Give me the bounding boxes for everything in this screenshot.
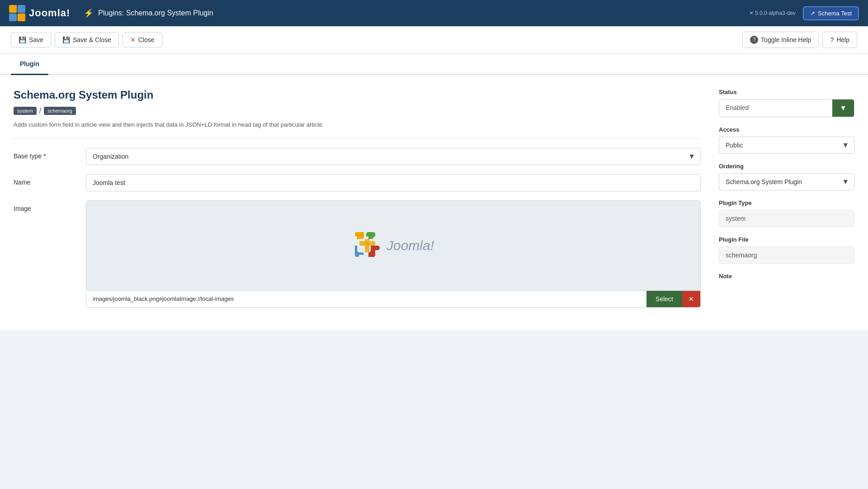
access-select[interactable]: Public Registered Special [719,137,854,154]
close-button[interactable]: ✕ Close [123,32,162,47]
joomla-brand-icon [353,232,382,259]
access-section: Access Public Registered Special ▼ [719,126,854,154]
topbar-title-area: ⚡ Plugins: Schema.org System Plugin [84,8,749,18]
image-row: Image [14,200,701,308]
svg-rect-0 [9,5,17,13]
ordering-select[interactable]: Schema.org System Plugin [719,173,854,190]
status-control: Enabled ▼ [719,99,854,117]
plugin-form: Schema.org System Plugin system / schema… [0,75,868,330]
form-main: Schema.org System Plugin system / schema… [14,89,701,317]
question-icon: ? [830,36,834,43]
schema-test-button[interactable]: ↗ Schema Test [803,6,859,20]
chevron-down-icon: ▼ [840,104,847,112]
tabs-bar: Plugin [0,54,868,75]
help-button[interactable]: ? Help [822,32,857,48]
svg-rect-3 [18,14,25,21]
joomla-logo-text: Joomla! [29,7,70,19]
image-control: Joomla! Select ✕ [86,200,701,308]
remove-icon: ✕ [689,295,694,303]
base-type-control: Organization Person Article ▼ [86,148,701,165]
name-input[interactable] [86,174,701,191]
toolbar: 💾 Save 💾 Save & Close ✕ Close ? Toggle I… [0,26,868,54]
form-sidebar: Status Enabled ▼ Access Public Registere… [719,89,854,317]
status-toggle-button[interactable]: ▼ [832,100,854,117]
image-preview: Joomla! [86,200,701,291]
svg-rect-2 [9,14,17,21]
plugin-icon: ⚡ [84,8,94,18]
topbar: Joomla! ⚡ Plugins: Schema.org System Plu… [0,0,868,26]
plugin-description: Adds custom form field in article view a… [14,120,701,129]
name-label: Name [14,174,77,186]
version-badge: ✕ 5.0.0-alpha3-dev [749,10,796,16]
base-type-select[interactable]: Organization Person Article [86,148,701,165]
plugin-file-field [719,247,854,264]
plugin-file-label: Plugin File [719,236,854,243]
tag-separator: / [39,107,41,115]
tag-system: system [14,107,37,115]
toggle-help-button[interactable]: ? Toggle Inline Help [742,32,819,48]
name-control [86,174,701,191]
base-type-label: Base type * [14,148,77,160]
base-type-select-wrapper: Organization Person Article ▼ [86,148,701,165]
access-select-wrapper: Public Registered Special ▼ [719,137,854,154]
save-close-icon: 💾 [62,36,70,43]
joomla-logo-preview: Joomla! [353,232,434,259]
image-path-input[interactable] [86,291,646,307]
plugin-file-section: Plugin File [719,236,854,264]
help-circle-icon: ? [750,36,758,44]
status-value: Enabled [719,100,832,117]
form-divider [14,138,701,139]
plugin-tags: system / schemaorg [14,107,701,115]
select-image-button[interactable]: Select [646,291,682,307]
external-link-icon: ↗ [810,10,815,17]
joomla-text-in-preview: Joomla! [387,238,434,253]
access-label: Access [719,126,854,133]
tab-plugin[interactable]: Plugin [11,54,48,75]
toolbar-right-group: ? Toggle Inline Help ? Help [742,32,857,48]
joomla-logo-icon [9,5,25,21]
save-icon: 💾 [19,36,26,43]
page-title: Plugins: Schema.org System Plugin [98,9,213,17]
tag-schemaorg: schemaorg [44,107,75,115]
plugin-type-label: Plugin Type [719,199,854,206]
ordering-section: Ordering Schema.org System Plugin ▼ [719,163,854,190]
ordering-select-wrapper: Schema.org System Plugin ▼ [719,173,854,190]
note-label: Note [719,273,854,280]
image-label: Image [14,200,77,212]
name-row: Name [14,174,701,191]
plugin-type-section: Plugin Type [719,199,854,227]
topbar-logo: Joomla! [9,5,70,21]
svg-rect-1 [18,5,25,13]
ordering-label: Ordering [719,163,854,170]
remove-image-button[interactable]: ✕ [682,291,700,307]
status-label: Status [719,89,854,95]
svg-rect-5 [365,239,369,252]
save-close-button[interactable]: 💾 Save & Close [55,32,119,47]
save-button[interactable]: 💾 Save [11,32,51,47]
plugin-type-field [719,210,854,227]
status-section: Status Enabled ▼ [719,89,854,117]
close-icon: ✕ [130,36,136,43]
plugin-title: Schema.org System Plugin [14,89,701,101]
base-type-row: Base type * Organization Person Article … [14,148,701,165]
note-section: Note [719,273,854,280]
topbar-right: ✕ 5.0.0-alpha3-dev ↗ Schema Test [749,6,859,20]
image-path-bar: Select ✕ [86,291,701,308]
